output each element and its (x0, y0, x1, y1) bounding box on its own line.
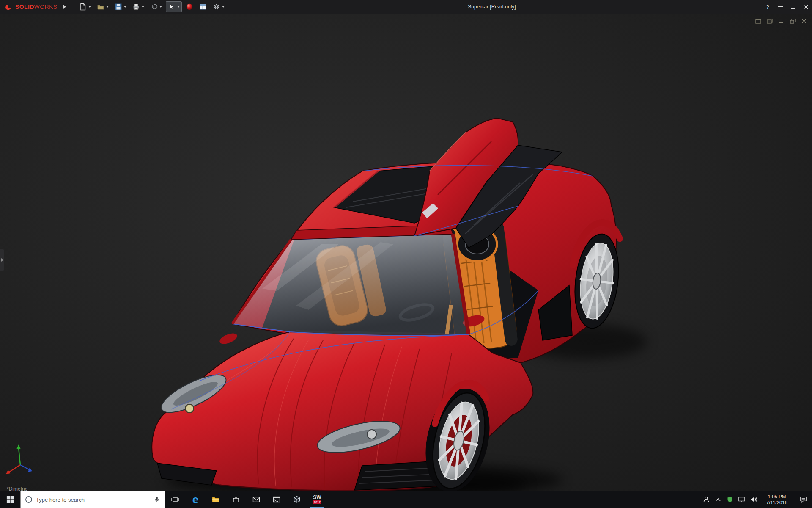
start-button[interactable] (0, 491, 20, 508)
close-button[interactable] (799, 0, 812, 14)
mail-icon (252, 496, 261, 503)
windows-logo-icon (6, 496, 14, 503)
taskbar-app-3d-viewer[interactable] (287, 491, 307, 508)
task-view-button[interactable] (165, 491, 185, 508)
app-window: SOLIDWORKS (0, 0, 812, 508)
file-explorer-icon (211, 495, 220, 504)
store-icon (232, 495, 240, 504)
taskbar-clock[interactable]: 1:05 PM 7/11/2018 (760, 494, 794, 505)
options-button[interactable] (211, 1, 227, 12)
taskbar-app-store[interactable] (226, 491, 246, 508)
network-icon (738, 496, 746, 503)
help-button[interactable]: ? (761, 0, 774, 14)
select-tool-button[interactable] (166, 1, 182, 12)
brand-prefix: SOLID (15, 3, 34, 10)
search-box[interactable] (20, 491, 165, 508)
taskbar-app-mail[interactable] (246, 491, 266, 508)
edge-icon: e (192, 494, 198, 505)
brand-suffix: WORKS (34, 3, 58, 10)
solidworks-2017-icon: SW 2017 (311, 493, 324, 506)
dropdown-arrow-icon (106, 6, 109, 8)
volume-tray-button[interactable] (748, 491, 760, 508)
undo-icon (150, 3, 158, 11)
chevron-right-icon (1, 258, 3, 262)
appearance-sphere-icon (186, 3, 193, 11)
close-icon (804, 5, 808, 9)
orientation-triad (3, 441, 39, 477)
display-settings-button[interactable] (197, 1, 209, 12)
people-icon (702, 496, 710, 503)
action-center-icon (799, 496, 807, 503)
volume-icon (750, 496, 757, 503)
microphone-icon[interactable] (154, 496, 160, 503)
network-tray-button[interactable] (736, 491, 748, 508)
taskbar: e (0, 491, 812, 508)
console-icon (272, 496, 281, 503)
cube-icon (293, 495, 301, 504)
display-settings-icon (199, 3, 207, 11)
select-cursor-icon (168, 3, 176, 11)
task-view-icon (171, 495, 179, 504)
document-title: Supercar [Read-only] (468, 0, 516, 14)
dropdown-arrow-icon (222, 6, 225, 8)
open-button[interactable] (95, 1, 111, 12)
edit-appearance-button[interactable] (184, 1, 195, 12)
task-pane-collapsed-tab[interactable] (0, 249, 4, 271)
dropdown-arrow-icon (159, 6, 162, 8)
doc-minimize-icon[interactable] (777, 18, 785, 25)
maximize-icon (791, 5, 795, 9)
taskbar-app-edge[interactable]: e (185, 491, 206, 508)
system-tray: 1:05 PM 7/11/2018 (700, 491, 812, 508)
clock-time: 1:05 PM (760, 494, 794, 500)
doc-cascade-icon[interactable] (766, 18, 774, 25)
doc-window-icon[interactable] (754, 18, 762, 25)
menu-flyout-arrow-icon[interactable] (63, 5, 66, 9)
dropdown-arrow-icon (177, 6, 180, 8)
minimize-icon (778, 6, 783, 7)
window-controls: ? (761, 0, 812, 14)
print-button[interactable] (130, 1, 146, 12)
taskbar-app-file-explorer[interactable] (206, 491, 226, 508)
document-window-controls (754, 18, 808, 25)
undo-button[interactable] (148, 1, 164, 12)
chevron-up-icon (715, 497, 721, 502)
solidworks-logo-icon (4, 3, 14, 11)
security-tray-button[interactable] (724, 491, 736, 508)
taskbar-app-console[interactable] (266, 491, 287, 508)
minimize-button[interactable] (774, 0, 787, 14)
doc-close-icon[interactable] (800, 18, 808, 25)
new-document-button[interactable] (77, 1, 93, 12)
dropdown-arrow-icon (124, 6, 126, 8)
people-button[interactable] (700, 491, 712, 508)
clock-date: 7/11/2018 (760, 500, 794, 505)
dropdown-arrow-icon (142, 6, 144, 8)
viewport-3d[interactable]: *Dimetric (0, 14, 812, 491)
hidden-icons-button[interactable] (712, 491, 724, 508)
save-icon (115, 3, 122, 11)
quick-toolbar (77, 1, 227, 12)
save-button[interactable] (112, 1, 129, 12)
new-document-icon (79, 3, 87, 11)
open-icon (97, 3, 104, 11)
search-input[interactable] (36, 497, 150, 503)
taskbar-app-solidworks[interactable]: SW 2017 (307, 491, 327, 508)
supercar-model (0, 14, 812, 491)
solidworks-logo: SOLIDWORKS (4, 3, 58, 11)
doc-restore-icon[interactable] (789, 18, 796, 25)
print-icon (132, 3, 140, 11)
action-center-button[interactable] (794, 491, 812, 508)
dropdown-arrow-icon (88, 6, 91, 8)
maximize-button[interactable] (787, 0, 799, 14)
gear-icon (213, 3, 220, 11)
shield-icon (727, 496, 733, 503)
cortana-icon (25, 496, 33, 503)
titlebar: SOLIDWORKS (0, 0, 812, 14)
